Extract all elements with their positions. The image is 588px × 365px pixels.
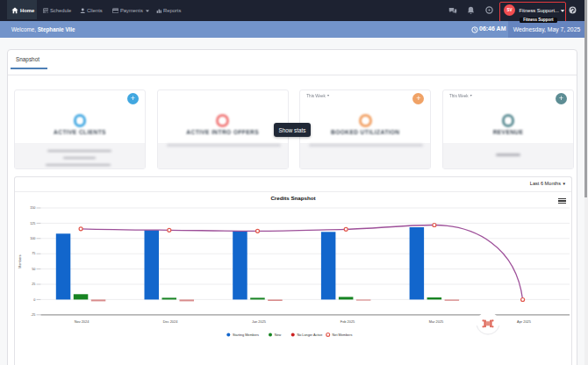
svg-text:Feb 2025: Feb 2025 bbox=[341, 319, 355, 324]
svg-text:Starting Members: Starting Members bbox=[233, 333, 259, 337]
svg-text:Jan 2025: Jan 2025 bbox=[252, 319, 266, 324]
svg-text:100: 100 bbox=[30, 237, 35, 240]
svg-text:Apr 2025: Apr 2025 bbox=[517, 319, 531, 324]
svg-text:Mar 2025: Mar 2025 bbox=[429, 319, 443, 324]
svg-text:Nov 2024: Nov 2024 bbox=[75, 319, 90, 324]
svg-text:New: New bbox=[275, 333, 282, 337]
svg-text:150: 150 bbox=[30, 206, 35, 210]
svg-text:No Longer Active: No Longer Active bbox=[297, 333, 322, 337]
svg-text:Dec 2024: Dec 2024 bbox=[163, 319, 178, 324]
svg-text:0: 0 bbox=[33, 298, 35, 302]
svg-text:25: 25 bbox=[32, 283, 35, 286]
svg-text:75: 75 bbox=[32, 252, 35, 255]
svg-text:125: 125 bbox=[30, 222, 35, 225]
svg-text:50: 50 bbox=[32, 268, 35, 271]
svg-text:-25: -25 bbox=[31, 313, 35, 317]
svg-text:Members: Members bbox=[18, 254, 22, 268]
svg-text:Net Members: Net Members bbox=[333, 333, 353, 337]
